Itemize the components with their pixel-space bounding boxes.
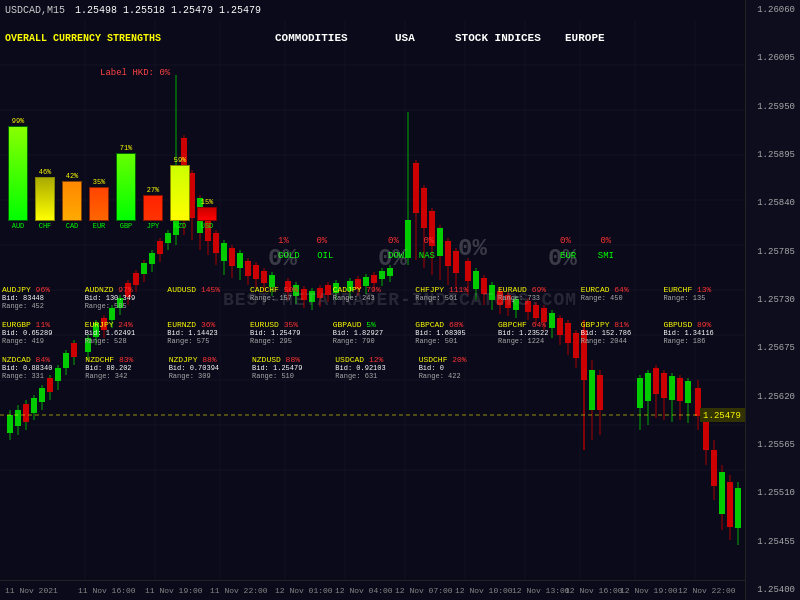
svg-rect-94	[309, 291, 315, 302]
svg-rect-90	[293, 285, 299, 296]
svg-rect-160	[597, 375, 603, 410]
svg-rect-132	[481, 278, 487, 294]
svg-rect-74	[221, 243, 227, 261]
svg-rect-50	[125, 283, 131, 297]
svg-rect-92	[301, 289, 307, 300]
svg-rect-82	[253, 265, 259, 279]
svg-rect-134	[489, 285, 495, 300]
svg-rect-42	[93, 323, 99, 337]
svg-rect-72	[213, 233, 219, 253]
time-4: 11 Nov 22:00	[210, 586, 268, 595]
svg-rect-100	[333, 283, 339, 293]
svg-rect-138	[505, 295, 511, 308]
svg-rect-88	[285, 281, 291, 292]
chart-header: USDCAD,M15 1.25498 1.25518 1.25479 1.254…	[0, 0, 745, 20]
time-7: 12 Nov 07:00	[395, 586, 453, 595]
svg-rect-56	[149, 253, 155, 264]
svg-rect-154	[573, 333, 579, 358]
svg-rect-106	[363, 277, 369, 286]
price-level-7: 1.25730	[748, 295, 798, 305]
price-level-5: 1.25840	[748, 198, 798, 208]
svg-rect-168	[661, 373, 667, 398]
price-level-9: 1.25620	[748, 392, 798, 402]
svg-rect-28	[31, 398, 37, 413]
svg-rect-184	[727, 482, 733, 527]
svg-rect-114	[405, 220, 411, 258]
svg-text:1.25479: 1.25479	[703, 411, 741, 421]
svg-rect-40	[85, 338, 91, 352]
svg-rect-60	[165, 233, 171, 243]
svg-rect-178	[703, 420, 709, 450]
svg-rect-108	[371, 275, 377, 283]
svg-rect-96	[317, 288, 323, 298]
svg-rect-84	[261, 271, 267, 283]
svg-rect-24	[15, 410, 21, 426]
price-level-10: 1.25565	[748, 440, 798, 450]
svg-rect-130	[473, 271, 479, 289]
chart-container: 1.25479 USDCAD,M15 1.25498 1.25518 1.254…	[0, 0, 800, 600]
svg-rect-30	[39, 388, 45, 402]
candlestick-chart: 1.25479	[0, 20, 745, 580]
svg-rect-172	[677, 378, 683, 401]
svg-rect-142	[525, 301, 531, 312]
svg-rect-146	[541, 308, 547, 322]
svg-rect-126	[453, 251, 459, 273]
svg-rect-144	[533, 305, 539, 318]
svg-rect-22	[7, 415, 13, 433]
svg-rect-116	[413, 163, 419, 213]
svg-rect-32	[47, 378, 53, 392]
price-level-13: 1.25400	[748, 585, 798, 595]
svg-rect-52	[133, 273, 139, 285]
price-level-6: 1.25785	[748, 247, 798, 257]
price-display: 1.25498 1.25518 1.25479 1.25479	[75, 5, 261, 16]
svg-rect-36	[63, 353, 69, 368]
svg-rect-34	[55, 368, 61, 381]
time-10: 12 Nov 16:00	[565, 586, 623, 595]
time-axis: 11 Nov 2021 11 Nov 16:00 11 Nov 19:00 11…	[0, 580, 745, 600]
svg-rect-122	[437, 228, 443, 256]
svg-rect-128	[465, 261, 471, 281]
price-level-8: 1.25675	[748, 343, 798, 353]
svg-rect-164	[645, 373, 651, 401]
svg-rect-148	[549, 313, 555, 328]
price-level-4: 1.25895	[748, 150, 798, 160]
svg-rect-80	[245, 261, 251, 276]
svg-rect-68	[197, 198, 203, 233]
time-6: 12 Nov 04:00	[335, 586, 393, 595]
svg-rect-104	[355, 279, 361, 289]
time-1: 11 Nov 2021	[5, 586, 58, 595]
time-12: 12 Nov 22:00	[678, 586, 736, 595]
svg-rect-110	[379, 271, 385, 279]
svg-rect-156	[581, 330, 587, 380]
svg-rect-112	[387, 268, 393, 276]
time-11: 12 Nov 19:00	[620, 586, 678, 595]
time-8: 12 Nov 10:00	[455, 586, 513, 595]
svg-rect-166	[653, 368, 659, 394]
svg-rect-44	[101, 318, 107, 330]
svg-rect-158	[589, 370, 595, 410]
svg-rect-76	[229, 248, 235, 266]
svg-rect-78	[237, 253, 243, 268]
svg-rect-152	[565, 323, 571, 343]
svg-rect-38	[71, 343, 77, 357]
svg-rect-62	[173, 205, 179, 235]
svg-rect-162	[637, 378, 643, 408]
price-level-1: 1.26060	[748, 5, 798, 15]
svg-rect-70	[205, 213, 211, 241]
svg-rect-136	[497, 291, 503, 305]
price-level-3: 1.25950	[748, 102, 798, 112]
svg-rect-150	[557, 318, 563, 335]
svg-rect-86	[269, 275, 275, 287]
svg-rect-186	[735, 488, 741, 528]
time-9: 12 Nov 13:00	[512, 586, 570, 595]
svg-rect-98	[325, 285, 331, 295]
svg-rect-120	[429, 211, 435, 246]
time-2: 11 Nov 16:00	[78, 586, 136, 595]
svg-rect-46	[109, 308, 115, 320]
svg-rect-102	[347, 281, 353, 291]
time-3: 11 Nov 19:00	[145, 586, 203, 595]
svg-rect-26	[23, 404, 29, 422]
svg-rect-66	[189, 173, 195, 218]
svg-rect-64	[181, 138, 187, 188]
svg-rect-48	[117, 298, 123, 308]
